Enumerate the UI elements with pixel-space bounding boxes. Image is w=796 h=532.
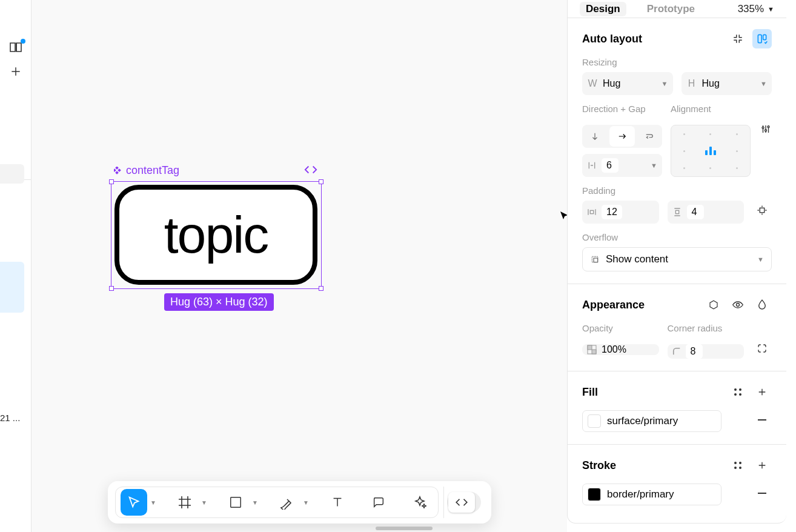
fill-title: Fill bbox=[582, 386, 598, 399]
chevron-down-icon[interactable]: ▼ bbox=[760, 80, 767, 87]
shape-tool[interactable] bbox=[222, 489, 249, 516]
shape-tool-dropdown[interactable]: ▼ bbox=[251, 499, 259, 506]
svg-point-7 bbox=[762, 127, 764, 128]
gap-value: 6 bbox=[602, 158, 619, 173]
svg-rect-11 bbox=[675, 210, 678, 213]
blend-icon[interactable] bbox=[752, 295, 772, 314]
alignment-grid[interactable] bbox=[671, 125, 751, 177]
svg-rect-3 bbox=[118, 168, 121, 172]
dev-mode-toggle[interactable] bbox=[447, 492, 481, 513]
radius-field[interactable]: 8 bbox=[668, 344, 745, 359]
stroke-paint[interactable]: border/primary bbox=[582, 484, 721, 505]
svg-point-20 bbox=[739, 388, 741, 391]
actions-tool[interactable] bbox=[406, 489, 433, 516]
padding-horizontal-field[interactable]: 12 bbox=[582, 201, 659, 224]
align-br[interactable] bbox=[724, 159, 750, 176]
move-tool-dropdown[interactable]: ▼ bbox=[150, 499, 157, 506]
library-icon[interactable] bbox=[8, 40, 23, 55]
fill-styles-icon[interactable] bbox=[728, 382, 748, 402]
align-tr[interactable] bbox=[724, 125, 750, 142]
opacity-icon bbox=[587, 345, 597, 354]
svg-rect-10 bbox=[590, 210, 593, 213]
zoom-value: 335% bbox=[738, 3, 764, 15]
gap-field[interactable]: 6 ▼ bbox=[582, 154, 662, 177]
text-tool[interactable] bbox=[324, 489, 351, 516]
horizontal-scrollbar[interactable] bbox=[376, 527, 433, 530]
section-appearance: Appearance Opacity 100% bbox=[568, 284, 786, 371]
radius-value: 8 bbox=[686, 344, 703, 359]
pen-tool[interactable] bbox=[273, 489, 300, 516]
resize-handle-br[interactable] bbox=[319, 286, 323, 291]
direction-buttons bbox=[582, 125, 662, 148]
plus-icon[interactable] bbox=[8, 64, 23, 79]
stroke-swatch bbox=[588, 488, 601, 501]
toolbar-tools: ▼ ▼ ▼ ▼ bbox=[115, 487, 439, 518]
align-mr[interactable] bbox=[724, 142, 750, 159]
direction-vertical[interactable] bbox=[582, 125, 608, 148]
padding-v-value: 4 bbox=[687, 205, 704, 219]
frame-tool-dropdown[interactable]: ▼ bbox=[201, 499, 208, 506]
resize-handle-tl[interactable] bbox=[109, 179, 114, 184]
dev-mode-badge-icon[interactable] bbox=[304, 165, 317, 175]
align-tc[interactable] bbox=[697, 125, 723, 142]
opacity-field[interactable]: 100% bbox=[582, 344, 659, 355]
selection-label[interactable]: contentTag bbox=[114, 164, 179, 177]
overflow-field[interactable]: Show content ▼ bbox=[582, 247, 772, 271]
advanced-layout-icon[interactable] bbox=[759, 119, 772, 139]
comment-tool[interactable] bbox=[365, 489, 392, 516]
radius-individual-icon[interactable] bbox=[752, 339, 772, 358]
auto-layout-suggest-icon[interactable] bbox=[752, 29, 772, 48]
svg-point-25 bbox=[739, 462, 741, 464]
stroke-styles-icon[interactable] bbox=[728, 456, 748, 475]
component-icon bbox=[114, 167, 122, 175]
svg-point-27 bbox=[739, 467, 741, 469]
height-resize-field[interactable]: H Hug ▼ bbox=[682, 72, 772, 95]
svg-point-9 bbox=[768, 126, 769, 128]
width-resize-field[interactable]: W Hug ▼ bbox=[582, 72, 673, 95]
add-stroke-icon[interactable] bbox=[752, 456, 772, 475]
resize-handle-bl[interactable] bbox=[109, 286, 114, 291]
fill-paint[interactable]: surface/primary bbox=[582, 410, 721, 432]
canvas[interactable]: contentTag topic Hug (63) × Hug (32) bbox=[32, 0, 567, 532]
frame-tool[interactable] bbox=[171, 489, 198, 516]
section-auto-layout: Auto layout Resizing W Hug ▼ H Hug ▼ bbox=[568, 18, 786, 284]
padding-individual-icon[interactable] bbox=[752, 201, 772, 220]
chevron-down-icon[interactable]: ▼ bbox=[651, 162, 657, 169]
auto-layout-title: Auto layout bbox=[582, 33, 642, 45]
remove-stroke-icon[interactable] bbox=[752, 484, 772, 503]
svg-rect-13 bbox=[592, 256, 597, 262]
radius-label: Corner radius bbox=[668, 323, 745, 333]
tab-design[interactable]: Design bbox=[580, 2, 626, 16]
move-tool[interactable] bbox=[121, 489, 147, 516]
resize-handle-tr[interactable] bbox=[319, 179, 323, 184]
align-bl[interactable] bbox=[671, 159, 697, 176]
fill-swatch bbox=[588, 414, 601, 428]
align-bc[interactable] bbox=[697, 159, 723, 176]
remove-fill-icon[interactable] bbox=[752, 410, 772, 430]
zoom-control[interactable]: 335% ▼ bbox=[738, 3, 774, 15]
collapse-icon[interactable] bbox=[728, 29, 748, 48]
pen-tool-dropdown[interactable]: ▼ bbox=[302, 499, 310, 506]
stroke-value: border/primary bbox=[607, 488, 674, 500]
inspector-tabs: Design Prototype 335% ▼ bbox=[568, 0, 786, 18]
align-mc[interactable] bbox=[697, 142, 723, 159]
stroke-title: Stroke bbox=[582, 459, 616, 472]
svg-point-19 bbox=[734, 388, 737, 391]
direction-wrap[interactable] bbox=[636, 125, 662, 148]
height-label: H bbox=[686, 78, 697, 89]
section-stroke: Stroke border/primary bbox=[568, 445, 786, 517]
add-fill-icon[interactable] bbox=[752, 382, 772, 402]
direction-horizontal[interactable] bbox=[609, 126, 635, 147]
dimensions-badge: Hug (63) × Hug (32) bbox=[164, 293, 274, 311]
padding-vertical-field[interactable]: 4 bbox=[668, 201, 745, 224]
overflow-value: Show content bbox=[606, 253, 668, 265]
align-tl[interactable] bbox=[671, 125, 697, 142]
align-ml[interactable] bbox=[671, 142, 697, 159]
chevron-down-icon: ▼ bbox=[757, 256, 764, 263]
chevron-down-icon[interactable]: ▼ bbox=[662, 80, 668, 87]
chevron-down-icon: ▼ bbox=[768, 5, 774, 13]
tab-prototype[interactable]: Prototype bbox=[641, 2, 701, 16]
visibility-icon[interactable] bbox=[728, 295, 748, 314]
variable-icon[interactable] bbox=[704, 295, 723, 314]
left-highlight-small bbox=[0, 164, 24, 184]
